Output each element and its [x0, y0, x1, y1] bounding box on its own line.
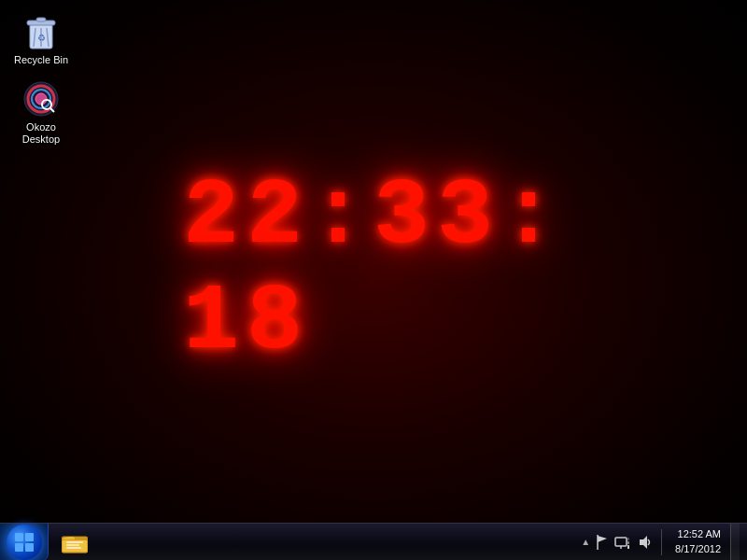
tray-volume-icon[interactable] [637, 535, 652, 550]
clock-hours: 22 [183, 164, 310, 270]
svg-point-10 [35, 93, 47, 105]
clock-seconds: 18 [183, 270, 310, 375]
svg-rect-15 [15, 543, 23, 552]
start-button[interactable] [0, 524, 49, 561]
svg-rect-2 [36, 18, 46, 21]
tray-date: 8/17/2012 [675, 542, 721, 556]
tray-separator [661, 529, 662, 555]
windows-orb [7, 525, 42, 560]
clock-separator1: : [310, 164, 374, 270]
svg-rect-14 [25, 533, 34, 541]
svg-rect-21 [66, 547, 81, 549]
svg-rect-16 [25, 543, 34, 552]
tray-network-icon[interactable] [614, 535, 631, 550]
tray-show-hidden[interactable]: ▲ [581, 537, 590, 547]
svg-text:♻: ♻ [37, 33, 46, 43]
clock-display: 22:33: 18 [183, 164, 564, 375]
svg-rect-23 [615, 538, 627, 546]
clock-separator2: : [500, 164, 564, 270]
recycle-bin-icon[interactable]: ♻ Recycle Bin [7, 9, 75, 70]
recycle-bin-image: ♻ [22, 13, 60, 50]
svg-rect-13 [15, 533, 23, 541]
desktop: ♻ Recycle Bin Okozo Desktop 22:33: [0, 0, 747, 560]
svg-rect-19 [66, 541, 83, 543]
taskbar: ▲ [0, 523, 747, 560]
recycle-bin-label: Recycle Bin [14, 54, 68, 66]
system-tray: ▲ [573, 524, 747, 561]
okozo-label: Okozo Desktop [22, 121, 60, 146]
svg-rect-25 [627, 545, 629, 549]
tray-flag-icon[interactable] [596, 535, 609, 550]
taskbar-apps [49, 524, 101, 561]
taskbar-explorer[interactable] [54, 525, 95, 559]
show-desktop-button[interactable] [730, 524, 740, 561]
svg-rect-20 [66, 544, 79, 546]
okozo-image [22, 80, 60, 118]
tray-clock[interactable]: 12:52 AM 8/17/2012 [671, 524, 725, 561]
svg-rect-27 [627, 538, 629, 540]
okozo-desktop-icon[interactable]: Okozo Desktop [7, 77, 75, 149]
svg-rect-26 [627, 541, 629, 544]
tray-time: 12:52 AM [678, 527, 721, 541]
clock-minutes: 33 [374, 164, 500, 270]
